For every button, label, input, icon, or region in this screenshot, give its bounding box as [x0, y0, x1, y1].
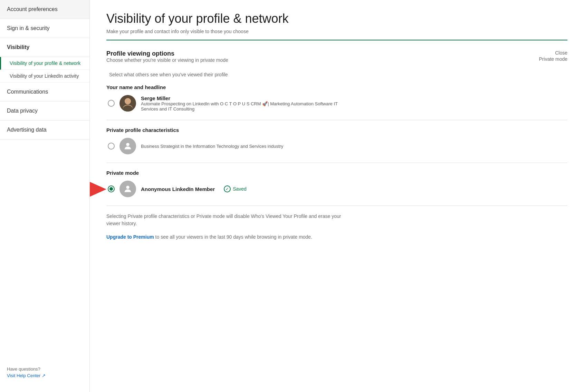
divider-3 [106, 205, 567, 206]
saved-check-icon: ✓ [224, 185, 231, 192]
sidebar-item-account-preferences[interactable]: Account preferences [0, 0, 89, 19]
option-row-private-mode: Anonymous LinkedIn Member ✓ Saved [106, 181, 567, 197]
radio-private-mode[interactable] [108, 185, 115, 192]
option-group-label-name-headline: Your name and headline [106, 84, 567, 90]
page-divider [106, 40, 567, 40]
footer-note-1: Selecting Private profile characteristic… [106, 213, 341, 227]
sidebar-footer: Have questions? Visit Help Center ↗ [0, 360, 89, 385]
option-info-private-profile: Business Strategist in the Information T… [141, 144, 283, 149]
current-value-label: Private mode [539, 56, 567, 62]
select-instruction: Select what others see when you've viewe… [106, 72, 567, 77]
avatar-serge-miller [119, 95, 136, 112]
visit-help-center-link[interactable]: Visit Help Center ↗ [7, 373, 83, 378]
section-close-group: Close Private mode [539, 50, 567, 62]
option-name-anonymous: Anonymous LinkedIn Member [141, 186, 215, 192]
upgrade-to-premium-link[interactable]: Upgrade to Premium [106, 234, 154, 240]
radio-name-headline[interactable] [108, 100, 115, 107]
section-subtitle: Choose whether you're visible or viewing… [106, 57, 228, 63]
divider-2 [106, 163, 567, 163]
svg-marker-7 [90, 174, 106, 205]
person-icon-private-mode [123, 184, 133, 194]
page-title: Visibility of your profile & network [106, 11, 567, 26]
option-desc-serge-miller: Automate Prospecting on LinkedIn with O … [141, 101, 355, 112]
option-row-name-headline: Serge Miller Automate Prospecting on Lin… [106, 95, 567, 112]
saved-badge: ✓ Saved [224, 185, 247, 192]
section-header: Profile viewing options Choose whether y… [106, 50, 567, 70]
section-title: Profile viewing options [106, 50, 228, 57]
divider-1 [106, 120, 567, 120]
footer-note-2-rest: to see all your viewers in the last 90 d… [154, 234, 312, 240]
external-link-icon: ↗ [42, 373, 46, 378]
person-icon-private-profile [123, 141, 133, 151]
svg-point-8 [126, 186, 129, 189]
svg-point-6 [126, 143, 129, 146]
svg-point-5 [125, 98, 131, 104]
option-info-private-mode: Anonymous LinkedIn Member [141, 186, 215, 192]
avatar-private-mode [119, 181, 136, 197]
arrow-decoration [90, 174, 106, 206]
sidebar-item-advertising-data[interactable]: Advertising data [0, 121, 89, 140]
radio-private-profile[interactable] [108, 143, 115, 150]
option-desc-private-profile: Business Strategist in the Information T… [141, 144, 283, 149]
option-group-label-private-profile: Private profile characteristics [106, 127, 567, 133]
saved-label: Saved [233, 186, 247, 192]
option-info-name-headline: Serge Miller Automate Prospecting on Lin… [141, 95, 355, 112]
sidebar: Account preferences Sign in & security V… [0, 0, 90, 392]
sidebar-sub-item-visibility-profile-network[interactable]: Visibility of your profile & network [0, 57, 89, 70]
option-name-serge-miller: Serge Miller [141, 95, 355, 101]
main-content: Visibility of your profile & network Mak… [90, 0, 584, 392]
sidebar-item-data-privacy[interactable]: Data privacy [0, 102, 89, 121]
option-group-label-private-mode: Private mode [106, 170, 567, 176]
sidebar-item-sign-in-security[interactable]: Sign in & security [0, 19, 89, 38]
section-title-group: Profile viewing options Choose whether y… [106, 50, 228, 70]
option-row-private-profile: Business Strategist in the Information T… [106, 138, 567, 154]
have-questions-label: Have questions? [7, 366, 83, 372]
avatar-private-profile [119, 138, 136, 154]
sidebar-item-visibility[interactable]: Visibility [0, 38, 89, 57]
avatar-photo-svg [119, 95, 136, 112]
sidebar-item-communications[interactable]: Communications [0, 83, 89, 102]
red-arrow-svg [90, 174, 106, 205]
sidebar-sub-item-visibility-linkedin-activity[interactable]: Visibility of your LinkedIn activity [0, 70, 89, 83]
footer-note-2: Upgrade to Premium to see all your viewe… [106, 233, 341, 241]
page-subtitle: Make your profile and contact info only … [106, 29, 567, 34]
section-close-button[interactable]: Close [539, 50, 567, 56]
